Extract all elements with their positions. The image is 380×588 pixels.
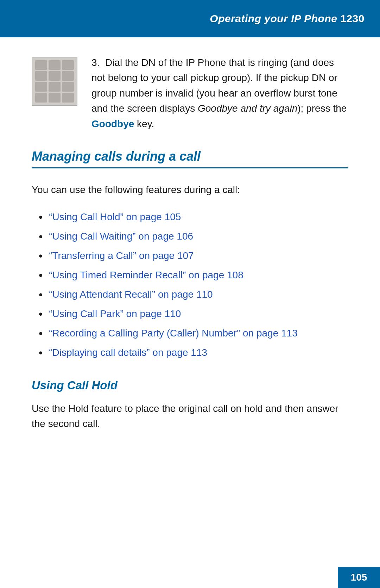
key-8: [49, 82, 61, 92]
key-4: [35, 71, 47, 81]
key-9: [62, 82, 74, 92]
list-item: “Using Call Hold” on page 105: [39, 210, 348, 225]
call-hold-body: Use the Hold feature to place the origin…: [32, 401, 348, 432]
key-3: [62, 60, 74, 70]
header-title-text: Operating your IP Phone: [210, 13, 340, 24]
managing-section: Managing calls during a call You can use…: [32, 149, 348, 361]
list-item: “Using Call Park” on page 110: [39, 307, 348, 322]
key-star: [35, 93, 47, 103]
call-hold-section: Using Call Hold Use the Hold feature to …: [32, 379, 348, 432]
managing-heading: Managing calls during a call: [32, 149, 348, 168]
page-number-bar: 105: [338, 567, 380, 588]
list-item: “Using Timed Reminder Recall” on page 10…: [39, 268, 348, 284]
managing-links-list: “Using Call Hold” on page 105 “Using Cal…: [32, 210, 348, 361]
link-displaying-details[interactable]: “Displaying call details” on page 113: [49, 345, 207, 360]
link-call-waiting[interactable]: “Using Call Waiting” on page 106: [49, 229, 193, 244]
list-item: “Displaying call details” on page 113: [39, 345, 348, 361]
link-call-park[interactable]: “Using Call Park” on page 110: [49, 307, 181, 321]
header-title-number: 1230: [340, 13, 365, 24]
link-attendant-recall[interactable]: “Using Attendant Recall” on page 110: [49, 287, 213, 302]
step3-number: 3.: [91, 57, 100, 68]
page-number: 105: [351, 572, 367, 583]
list-item: “Transferring a Call” on page 107: [39, 248, 348, 264]
list-item: “Recording a Calling Party (Caller) Numb…: [39, 326, 348, 342]
header-bar: Operating your IP Phone 1230: [0, 0, 380, 37]
key-pound: [62, 93, 74, 103]
managing-intro: You can use the following features durin…: [32, 182, 348, 197]
key-0: [49, 93, 61, 103]
link-call-hold[interactable]: “Using Call Hold” on page 105: [49, 210, 181, 224]
step3-block: 3. Dial the DN of the IP Phone that is r…: [32, 55, 348, 131]
step3-text-italic: Goodbye and try again: [198, 103, 297, 114]
main-content: 3. Dial the DN of the IP Phone that is r…: [0, 37, 380, 463]
key-5: [49, 71, 61, 81]
key-1: [35, 60, 47, 70]
key-7: [35, 82, 47, 92]
step3-goodbye: Goodbye: [91, 118, 134, 129]
link-recording-caller[interactable]: “Recording a Calling Party (Caller) Numb…: [49, 326, 298, 341]
list-item: “Using Call Waiting” on page 106: [39, 229, 348, 245]
step3-text-end: key.: [134, 118, 154, 129]
keypad-image: [32, 57, 77, 106]
step3-text: 3. Dial the DN of the IP Phone that is r…: [91, 55, 348, 131]
list-item: “Using Attendant Recall” on page 110: [39, 287, 348, 303]
link-transferring[interactable]: “Transferring a Call” on page 107: [49, 248, 194, 263]
key-6: [62, 71, 74, 81]
key-2: [49, 60, 61, 70]
step3-text-after-italic: ); press the: [297, 103, 347, 114]
link-timed-reminder[interactable]: “Using Timed Reminder Recall” on page 10…: [49, 268, 243, 283]
header-title: Operating your IP Phone 1230: [210, 13, 365, 25]
call-hold-heading: Using Call Hold: [32, 379, 348, 392]
